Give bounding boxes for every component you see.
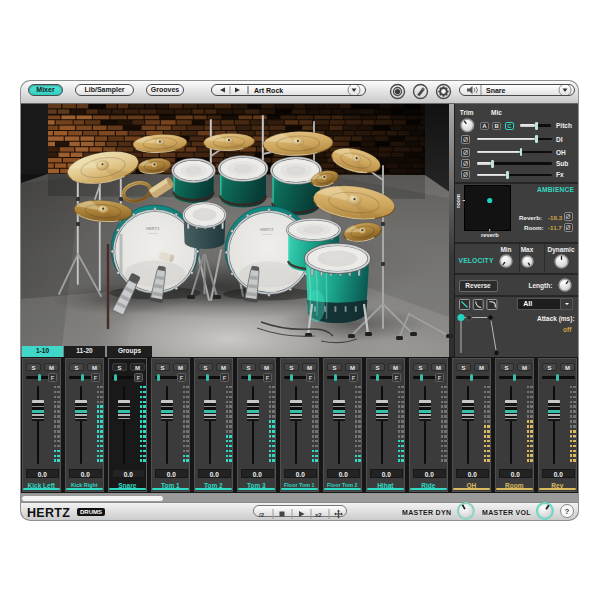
svg-text:x2: x2: [315, 512, 322, 518]
svg-text:Art Rock: Art Rock: [254, 87, 283, 94]
svg-text:DRUMS: DRUMS: [263, 233, 272, 236]
svg-text:/2: /2: [259, 512, 265, 518]
svg-text:Snare: Snare: [486, 87, 506, 94]
svg-text:DRUMS: DRUMS: [149, 232, 158, 235]
svg-text:HERTZ: HERTZ: [260, 227, 274, 232]
svg-text:HERTZ: HERTZ: [146, 226, 160, 231]
